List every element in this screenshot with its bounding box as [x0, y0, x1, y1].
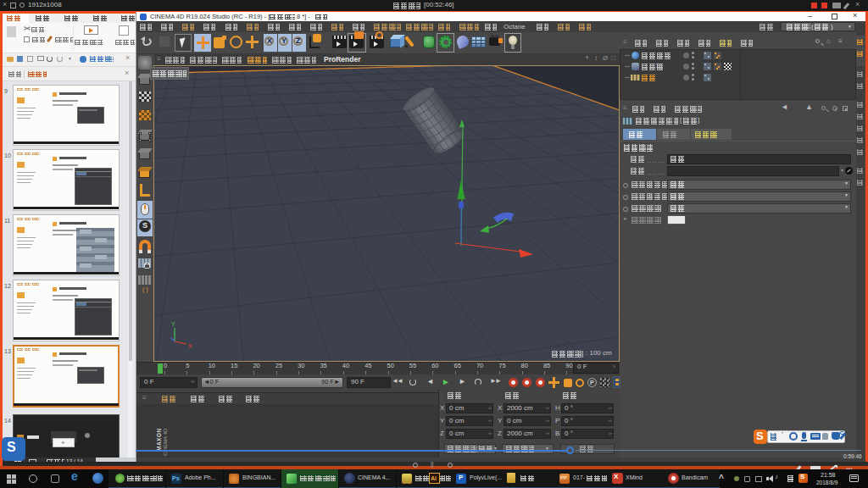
svg-text:X: X [188, 343, 192, 349]
svg-text:Y: Y [171, 321, 175, 327]
